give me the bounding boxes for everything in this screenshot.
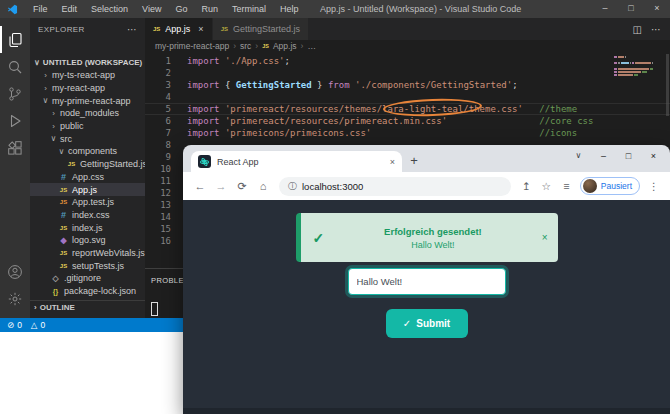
new-tab-button[interactable]: + (402, 151, 426, 172)
file-tree-item-my-prime-react-app[interactable]: ∨my-prime-react-app (30, 94, 145, 107)
url-text: localhost:3000 (302, 181, 363, 192)
menu-file[interactable]: File (26, 0, 55, 18)
file-tree-item-public[interactable]: ›public (30, 120, 145, 133)
code-line-7[interactable]: 7import 'primeicons/primeicons.css' //ic… (145, 127, 670, 139)
bookmark-star-icon[interactable]: ☆ (537, 180, 556, 192)
more-actions-icon[interactable]: ⋯ (651, 24, 661, 35)
split-editor-icon[interactable]: ◫ (633, 24, 642, 35)
side-panel-icon[interactable]: ≡ (557, 180, 576, 192)
editor-tab-app-js[interactable]: JSApp.js× (145, 18, 212, 40)
reload-button[interactable]: ⟳ (232, 176, 252, 196)
share-icon[interactable]: ↥ (517, 180, 536, 192)
workspace-root[interactable]: ∨ UNTITLED (WORKSPACE) (30, 56, 145, 69)
toast-close-icon[interactable]: × (542, 232, 548, 243)
home-button[interactable]: ⌂ (253, 176, 273, 196)
menu-run[interactable]: Run (194, 0, 225, 18)
success-toast: ✓ Erfolgreich gesendet! Hallo Welt! × (296, 213, 558, 262)
address-bar[interactable]: ⓘ localhost:3000 (279, 177, 511, 196)
file-tree-item-setuptests-js[interactable]: JSsetupTests.js (30, 259, 145, 272)
minimap-line (614, 89, 660, 91)
close-button[interactable]: × (644, 0, 670, 18)
profile-button[interactable]: Pausiert (580, 177, 640, 195)
settings-gear-icon[interactable] (0, 285, 30, 312)
file-tree-item-my-ts-react-app[interactable]: ›my-ts-react-app (30, 69, 145, 82)
menu-help[interactable]: Help (273, 0, 306, 18)
js-file-icon: JS (58, 250, 69, 256)
minimap-line (614, 62, 660, 64)
browser-menu-kebab-icon[interactable]: ⋮ (644, 180, 663, 192)
code-line-6[interactable]: 6import 'primereact/resources/primereact… (145, 115, 670, 127)
outline-section[interactable]: › OUTLINE (30, 300, 145, 313)
file-tree-item--gitignore[interactable]: ◇.gitignore (30, 272, 145, 285)
editor-scrollbar[interactable] (666, 54, 669, 116)
breadcrumb-item[interactable]: my-prime-react-app (155, 41, 229, 51)
file-label: App.js (72, 185, 97, 195)
breadcrumb-separator: › (301, 41, 304, 51)
code-line-4[interactable]: 4 (145, 91, 670, 103)
minimap-line (614, 68, 660, 70)
file-tree-item-src[interactable]: ∨src (30, 132, 145, 145)
extensions-icon[interactable] (0, 134, 30, 161)
file-tree-item-node-modules[interactable]: ›node_modules (30, 107, 145, 120)
explorer-more-icon[interactable]: ⋯ (127, 24, 137, 35)
back-button[interactable]: ← (190, 176, 210, 196)
menu-go[interactable]: Go (168, 0, 194, 18)
breadcrumb-separator: › (255, 41, 258, 51)
file-tree-item-logo-svg[interactable]: ◆logo.svg (30, 234, 145, 247)
browser-minimize-button[interactable]: – (591, 147, 616, 165)
maximize-button[interactable]: □ (618, 0, 644, 18)
js-file-icon: JS (66, 161, 77, 167)
count-value: 0 (40, 320, 45, 330)
code-line-2[interactable]: 2 (145, 67, 670, 79)
file-tree-item-app-css[interactable]: #App.css (30, 171, 145, 184)
breadcrumb[interactable]: my-prime-react-app›src›JSApp.js›… (145, 40, 670, 52)
files-icon[interactable] (0, 26, 30, 53)
source-control-icon[interactable] (0, 80, 30, 107)
minimize-button[interactable]: – (592, 0, 618, 18)
file-tree-item-app-js[interactable]: JSApp.js (30, 183, 145, 196)
breadcrumb-item[interactable]: App.js (273, 41, 297, 51)
run-debug-icon[interactable] (0, 107, 30, 134)
errors-count[interactable]: ⊘0 (7, 320, 22, 330)
browser-close-button[interactable]: × (641, 147, 666, 165)
minimap-line (614, 80, 660, 82)
search-icon[interactable] (0, 53, 30, 80)
tab-search-chevron-icon[interactable]: ∨ (566, 147, 591, 165)
code-line-3[interactable]: 3import { GettingStarted } from './compo… (145, 79, 670, 91)
code-line-5[interactable]: 5import 'primereact/resources/themes/lar… (145, 103, 670, 115)
account-icon[interactable] (0, 258, 30, 285)
breadcrumb-item[interactable]: src (240, 41, 251, 51)
chevron-down-icon: ∨ (58, 147, 65, 156)
js-file-icon: JS (58, 225, 69, 231)
submit-button[interactable]: ✓ Submit (386, 309, 468, 338)
tab-close-icon[interactable]: × (198, 24, 203, 34)
line-number: 9 (145, 152, 171, 162)
file-tree-item-components[interactable]: ∨components (30, 145, 145, 158)
file-tree-item-index-css[interactable]: #index.css (30, 209, 145, 222)
menu-selection[interactable]: Selection (84, 0, 135, 18)
menu-terminal[interactable]: Terminal (225, 0, 273, 18)
text-input[interactable] (348, 268, 506, 295)
file-tree-item-my-react-app[interactable]: ›my-react-app (30, 82, 145, 95)
file-tree-item-package-lock-json[interactable]: {}package-lock.json (30, 285, 145, 298)
editor-tab-gettingstarted-js[interactable]: JSGettingStarted.js (212, 18, 308, 40)
breadcrumb-separator: › (233, 41, 236, 51)
browser-maximize-button[interactable]: □ (616, 147, 641, 165)
menu-view[interactable]: View (135, 0, 168, 18)
code-line-1[interactable]: 1import './App.css'; (145, 55, 670, 67)
minimap[interactable] (614, 56, 660, 104)
browser-tab[interactable]: React App × (191, 151, 402, 172)
line-number: 8 (145, 140, 171, 150)
file-tree-item-index-js[interactable]: JSindex.js (30, 221, 145, 234)
file-tree-item-reportwebvitals-js[interactable]: JSreportWebVitals.js (30, 247, 145, 260)
warnings-count[interactable]: △0 (31, 320, 45, 330)
file-tree-item-gettingstarted-js[interactable]: JSGettingStarted.js (30, 158, 145, 171)
forward-button[interactable]: → (211, 176, 231, 196)
file-tree-item-app-test-js[interactable]: JSApp.test.js (30, 196, 145, 209)
tab-close-icon[interactable]: × (390, 157, 395, 167)
site-info-icon[interactable]: ⓘ (288, 180, 297, 193)
breadcrumb-item[interactable]: … (307, 41, 316, 51)
minimap-line (614, 59, 660, 61)
menu-edit[interactable]: Edit (55, 0, 85, 18)
explorer-sidebar: EXPLORER ⋯ ∨ UNTITLED (WORKSPACE) ›my-ts… (30, 18, 145, 318)
